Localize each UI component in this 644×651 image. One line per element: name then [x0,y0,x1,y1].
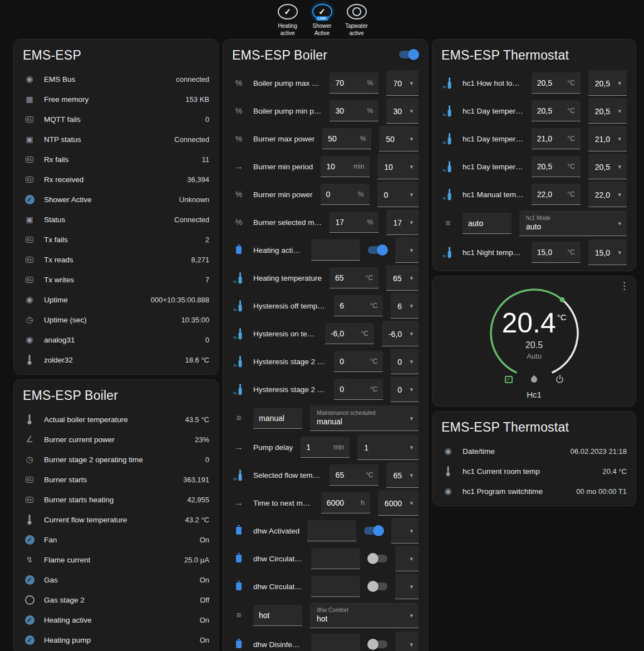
entity-row[interactable]: Burner starts 363,191 [14,469,218,490]
toggle-switch[interactable] [368,246,387,254]
select-input[interactable]: ▾ [391,518,419,544]
entity-row[interactable]: Uptime (sec) 10:35:00 [14,310,218,330]
number-input[interactable]: 50 % [322,128,371,149]
number-input[interactable]: 20,5 °C [532,156,581,177]
number-input[interactable]: 65 °C [330,267,378,288]
number-input[interactable]: 15,0 °C [532,242,581,263]
state-badge[interactable]: Heating active [272,4,303,37]
number-input[interactable]: 6000 h [321,492,370,513]
entity-row[interactable]: Gas stage 2 Off [14,590,218,610]
number-input[interactable] [311,634,360,651]
number-input[interactable]: auto [463,213,512,234]
number-input[interactable] [311,548,360,569]
select-input[interactable]: 65 ▾ [386,462,419,488]
select-input[interactable]: 30 ▾ [386,98,419,124]
power-off-button[interactable] [555,374,565,384]
select-input[interactable]: 50 ▾ [379,126,419,151]
card-master-toggle[interactable] [399,51,419,58]
number-input[interactable]: 0 % [321,184,370,205]
select-input[interactable]: 22,0 ▾ [588,182,627,207]
entity-row[interactable]: Flame current 25.0 µA [14,550,218,570]
select-input[interactable]: 15,0 ▾ [588,239,627,265]
entity-row[interactable]: Burner starts heating 42,955 [14,490,218,510]
entity-row[interactable]: Actual boiler temperature 43.5 °C [14,409,218,429]
number-input[interactable]: hot [253,605,302,626]
entity-row[interactable]: Date/time 06.02.2023 21:18 [432,441,636,461]
select-input[interactable]: 20,5 ▾ [588,154,627,179]
number-input[interactable]: manual [253,408,302,429]
toggle-switch[interactable] [364,527,384,535]
number-input[interactable]: 20,5 °C [532,100,581,121]
number-input[interactable] [311,576,360,597]
number-input[interactable]: 6 °C [334,295,383,316]
entity-row[interactable]: hc1 Current room temp 20.4 °C [432,461,636,481]
entity-row[interactable]: Current flow temperature 43.2 °C [14,510,218,530]
select-input[interactable]: ▾ [395,546,419,571]
select-input[interactable]: ▾ [395,237,419,263]
schedule-mode-button[interactable] [504,374,514,384]
select-input[interactable]: 21,0 ▾ [588,126,627,151]
state-badge[interactable]: LINK Shower Active [307,4,338,37]
entity-row[interactable]: Tx writes 7 [14,270,218,290]
number-input[interactable] [311,239,360,261]
select-input[interactable]: 17 ▾ [386,209,419,235]
number-input[interactable]: 0 °C [334,351,383,372]
number-input[interactable]: 70 % [330,72,378,94]
select-input[interactable]: 0 ▾ [377,182,419,207]
entity-row[interactable]: Fan On [14,530,218,550]
heat-mode-button[interactable] [529,374,539,384]
entity-row[interactable]: Rx fails 11 [14,149,218,169]
entity-row[interactable]: Uptime 000+10:35:00.888 [14,290,218,310]
select-input[interactable]: 6 ▾ [391,293,419,319]
select-input[interactable]: 0 ▾ [391,376,419,402]
number-input[interactable]: 20,5 °C [532,72,581,94]
select-input[interactable]: dhw Comfort hot ▾ [310,603,419,628]
select-input[interactable]: ▾ [395,632,419,651]
select-input[interactable]: 20,5 ▾ [588,70,627,96]
entity-row[interactable]: analog31 0 [14,330,218,350]
entity-row[interactable]: NTP status Connected [14,129,218,149]
number-input[interactable]: 1 min [301,437,350,458]
number-input[interactable]: 0 °C [334,379,383,400]
entity-row[interactable]: EMS Bus connected [14,69,218,89]
number-input[interactable]: 65 °C [330,464,378,486]
select-input[interactable]: 6000 ▾ [378,490,419,516]
toggle-switch[interactable] [368,640,387,648]
entity-row[interactable]: Heating pump On [14,630,218,650]
select-input[interactable]: ▾ [395,574,419,599]
select-input[interactable]: 65 ▾ [386,265,419,291]
entity-row[interactable]: Gas On [14,570,218,590]
entity-row[interactable]: Rx received 36,394 [14,169,218,189]
entity-row[interactable]: Shower Active Unknown [14,189,218,209]
more-menu-icon[interactable]: ⋮ [620,281,629,292]
number-input[interactable]: 10 min [321,156,370,177]
toggle-switch[interactable] [368,583,387,590]
entity-row[interactable]: hc1 Program switchtime 00 mo 00:00 T1 [432,481,636,501]
select-input[interactable]: hc1 Mode auto ▾ [519,211,627,236]
select-input[interactable]: 1 ▾ [357,434,419,460]
state-badge[interactable]: Tapwater active [341,4,372,37]
toggle-switch[interactable] [368,555,387,562]
select-input[interactable]: 10 ▾ [377,154,419,179]
select-input[interactable]: -6,0 ▾ [382,321,419,346]
number-input[interactable]: 17 % [330,212,378,233]
entity-row[interactable]: Burner current power 23% [14,429,218,449]
entity-row[interactable]: Burner stage 2 operating time 0 [14,449,218,469]
number-input[interactable]: 21,0 °C [532,128,581,149]
select-input[interactable]: 70 ▾ [386,70,419,96]
thermostat-dial[interactable]: 20.4°C 20.5 Auto [484,283,584,383]
number-input[interactable]: 22,0 °C [532,184,581,205]
select-input[interactable]: 20,5 ▾ [588,98,627,124]
number-input[interactable] [307,520,356,541]
entity-row[interactable]: Heating active On [14,610,218,630]
entity-row[interactable]: Tx fails 2 [14,229,218,249]
number-input[interactable]: -6,0 °C [325,323,374,344]
entity-row[interactable]: Status Connected [14,209,218,229]
select-input[interactable]: Maintenance scheduled manual ▾ [310,405,419,431]
entity-row[interactable]: Free memory 153 KB [14,89,218,109]
entity-row[interactable]: MQTT fails 0 [14,109,218,129]
entity-row[interactable]: zolder32 18.6 °C [14,350,218,370]
entity-row[interactable]: Tx reads 8,271 [14,249,218,270]
select-input[interactable]: 0 ▾ [391,349,419,374]
number-input[interactable]: 30 % [330,100,378,121]
